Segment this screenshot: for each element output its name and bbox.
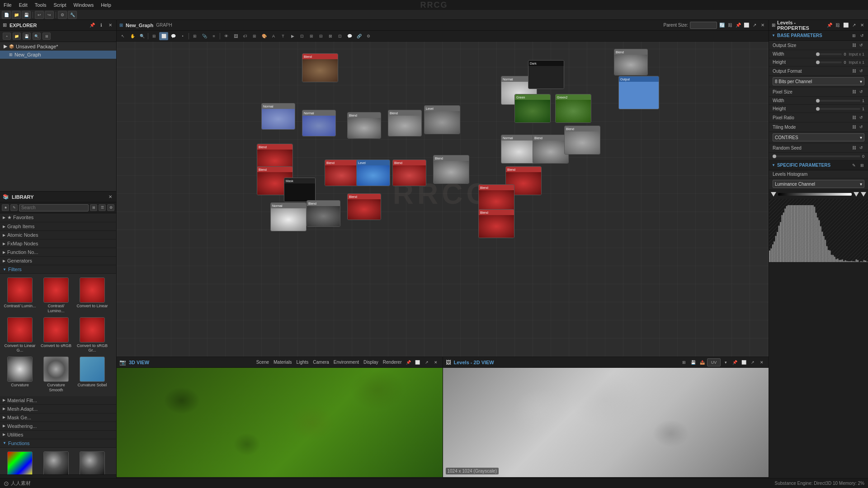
node-curvature[interactable]: Curvature	[3, 356, 37, 394]
v3d-pin-btn[interactable]: 📌	[405, 358, 413, 366]
g-btn-extra4[interactable]: ⊠	[326, 32, 335, 40]
v3d-menu-materials[interactable]: Materials	[272, 359, 294, 366]
pixel-size-reset-btn[interactable]: ↺	[858, 89, 864, 95]
lib-cat-functions[interactable]: Functions	[0, 439, 116, 448]
pixel-width-thumb[interactable]	[816, 99, 820, 103]
hist-input-max-arrow[interactable]	[854, 192, 859, 197]
graph-maximize-btn[interactable]: ⬜	[743, 22, 750, 28]
output-format-select[interactable]: 8 Bits per Channel ▾	[773, 77, 864, 85]
lib-cat-mask[interactable]: Mask Ge...	[0, 413, 116, 422]
view-3d-content[interactable]	[117, 368, 443, 477]
g-btn-extra2[interactable]: ⊞	[307, 32, 316, 40]
g-btn-color-pick[interactable]: 🎨	[259, 32, 269, 40]
v3d-menu-renderer[interactable]: Renderer	[381, 359, 404, 366]
random-seed-thumb[interactable]	[773, 155, 776, 158]
graph-close-btn[interactable]: ✕	[760, 22, 766, 28]
graph-float-btn[interactable]: ↗	[751, 22, 758, 28]
pixel-ratio-reset-btn[interactable]: ↺	[858, 114, 864, 121]
output-format-reset-btn[interactable]: ↺	[858, 68, 864, 74]
menu-script[interactable]: Script	[53, 2, 66, 8]
node-func-constant[interactable]: Constant	[75, 450, 109, 474]
g-btn-pan[interactable]: ✋	[128, 32, 137, 40]
tiling-mode-link-btn[interactable]: ⛓	[851, 124, 857, 130]
toolbar-redo[interactable]: ↪	[45, 11, 54, 19]
g-btn-select[interactable]: ↖	[118, 32, 127, 40]
v3d-menu-display[interactable]: Display	[362, 359, 380, 366]
menu-help[interactable]: Help	[101, 2, 111, 8]
node-func-compare[interactable]: Compari...	[39, 450, 73, 474]
g-btn-sort[interactable]: ⊞	[250, 32, 259, 40]
v2d-float-btn[interactable]: ↗	[749, 358, 757, 366]
node-convert-srgb[interactable]: Convert to sRGB	[39, 316, 73, 354]
props-float-btn[interactable]: ↗	[851, 22, 857, 28]
g-btn-dot[interactable]: •	[178, 32, 187, 40]
graph-link-btn[interactable]: ⛓	[727, 22, 733, 28]
explorer-pin-btn[interactable]: 📌	[89, 22, 95, 28]
explorer-package-item[interactable]: ▶ 📦 Unsaved Package*	[0, 42, 116, 51]
section-specific-params[interactable]: ▼ SPECIFIC PARAMETERS ✎ ⊞	[769, 160, 868, 170]
explorer-search-btn[interactable]: 🔍	[33, 33, 41, 40]
v2d-channel-select[interactable]: UV	[707, 358, 721, 366]
lib-fav-btn[interactable]: ★	[2, 204, 9, 211]
node-convert-linear-1[interactable]: Convert to Linear	[75, 277, 109, 314]
g-btn-text[interactable]: T	[278, 32, 288, 40]
g-btn-snap[interactable]: 📎	[200, 32, 209, 40]
lib-cat-generators[interactable]: Generators	[0, 257, 116, 265]
output-size-reset-btn[interactable]: ↺	[858, 42, 864, 48]
library-search-input[interactable]	[19, 204, 89, 211]
toolbar-new[interactable]: 📄	[2, 11, 11, 19]
lib-cat-utilities[interactable]: Utilities	[0, 431, 116, 439]
lib-edit-btn[interactable]: ✎	[10, 204, 18, 211]
lib-filter-btn[interactable]: ⊞	[90, 204, 97, 211]
explorer-graph-item[interactable]: ⊞ New_Graph	[0, 51, 116, 59]
random-seed-link-btn[interactable]: ⛓	[851, 145, 857, 151]
node-convert-srgb-gr[interactable]: Convert to sRGB Gr...	[75, 316, 109, 354]
graph-canvas[interactable]: RRCG	[117, 31, 769, 357]
lib-cat-function-no[interactable]: Function No...	[0, 248, 116, 257]
g-btn-extra8[interactable]: ⚙	[364, 32, 373, 40]
section-base-reset[interactable]: ↺	[859, 33, 865, 39]
g-btn-align[interactable]: ≡	[209, 32, 218, 40]
g-btn-extra7[interactable]: 🔗	[354, 32, 363, 40]
section-base-params[interactable]: ▼ BASE PARAMETERS ⊞ ↺	[769, 31, 868, 41]
v3d-menu-env[interactable]: Environment	[332, 359, 361, 366]
hist-input-mid-arrow[interactable]	[861, 192, 866, 197]
explorer-close-btn[interactable]: ✕	[107, 22, 113, 28]
props-chain-btn[interactable]: ⛓	[835, 22, 841, 28]
node-convert-linear-g[interactable]: Convert to Linear G...	[3, 316, 37, 354]
lib-cat-fxmap[interactable]: FxMap Nodes	[0, 239, 116, 248]
graph-refresh-btn[interactable]: 🔄	[719, 22, 725, 28]
v3d-close-btn[interactable]: ✕	[432, 358, 440, 366]
explorer-info-btn[interactable]: ℹ	[98, 22, 104, 28]
output-width-slider[interactable]: 0	[816, 52, 846, 56]
v2d-dropdown-arrow[interactable]: ▾	[722, 358, 730, 366]
output-size-link-btn[interactable]: ⛓	[851, 42, 857, 48]
pixel-size-link-btn[interactable]: ⛓	[851, 89, 857, 95]
v2d-maximize-btn[interactable]: ⬜	[740, 358, 748, 366]
graph-pin-btn[interactable]: 📌	[735, 22, 741, 28]
node-curvature-smooth[interactable]: Curvature Smooth	[39, 356, 73, 394]
output-height-slider[interactable]: 0	[816, 60, 846, 65]
output-width-thumb[interactable]	[816, 52, 820, 56]
g-btn-zoom[interactable]: 🔍	[137, 32, 146, 40]
tiling-mode-select[interactable]: CONT/RES ▾	[773, 133, 864, 141]
v3d-menu-lights[interactable]: Lights	[295, 359, 311, 366]
random-seed-reset-btn[interactable]: ↺	[858, 145, 864, 151]
pixel-width-slider[interactable]: 1	[816, 99, 864, 103]
lib-cat-atomic-nodes[interactable]: Atomic Nodes	[0, 231, 116, 239]
lib-settings-btn[interactable]: ⚙	[107, 204, 114, 211]
v2d-btn-1[interactable]: ⊞	[680, 358, 688, 366]
library-close-btn[interactable]: ✕	[107, 194, 113, 200]
lib-cat-mesh[interactable]: Mesh Adapt...	[0, 405, 116, 413]
node-curvature-sobel[interactable]: Curvature Sobel	[75, 356, 109, 394]
lib-cat-favorites[interactable]: ★ Favorites	[0, 213, 116, 222]
menu-edit[interactable]: Edit	[19, 2, 28, 8]
toolbar-save[interactable]: 💾	[22, 11, 31, 19]
explorer-filter-btn[interactable]: ⊞	[42, 33, 51, 40]
g-btn-extra5[interactable]: ⊡	[335, 32, 344, 40]
g-btn-anim[interactable]: ▶	[288, 32, 297, 40]
hist-input-min-arrow[interactable]	[771, 192, 776, 197]
g-btn-comment[interactable]: 💬	[169, 32, 178, 40]
v2d-btn-3[interactable]: 📤	[698, 358, 706, 366]
lib-cat-graph-items[interactable]: Graph Items	[0, 222, 116, 231]
